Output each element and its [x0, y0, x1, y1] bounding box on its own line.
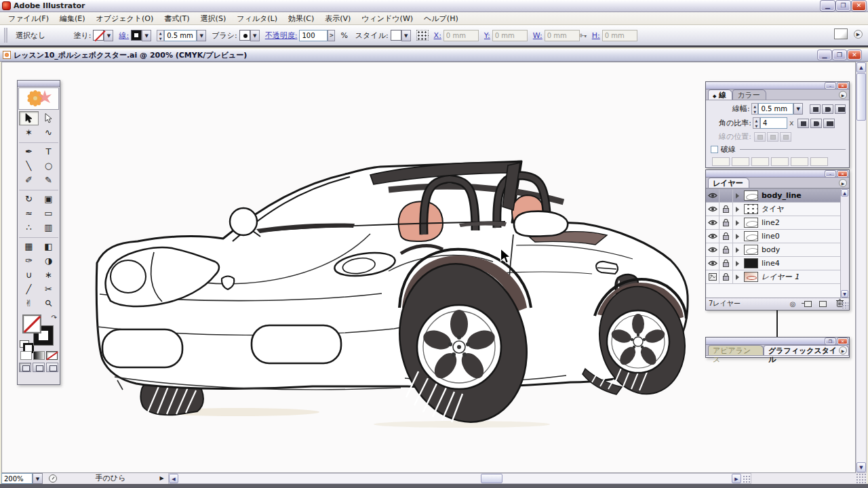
fullscreen-menu-mode-button[interactable] [33, 363, 45, 372]
stroke-weight-dropdown[interactable]: ▼ [793, 103, 803, 115]
free-transform-tool[interactable]: ▭ [39, 206, 58, 220]
layer-lock-toggle[interactable] [719, 216, 733, 230]
scroll-right-button[interactable]: ▶ [732, 474, 741, 483]
layer-expand-arrow[interactable] [733, 243, 742, 257]
color-button[interactable] [20, 351, 32, 360]
layer-name[interactable]: line4 [760, 259, 838, 268]
options-flyout-icon[interactable]: ▶ [854, 30, 863, 39]
doc-close-button[interactable]: ✕ [848, 50, 861, 60]
layer-visibility-toggle[interactable] [706, 270, 719, 284]
horizontal-scrollbar[interactable]: ◀ ▶ [168, 473, 751, 484]
styles-palette-titlebar[interactable]: ❐ ✕ [706, 338, 849, 345]
layer-name[interactable]: body_line [760, 191, 838, 200]
brush-dropdown[interactable]: ▼ [250, 30, 260, 41]
menu-item-9[interactable]: ヘルプ(H) [418, 12, 464, 25]
vertical-scrollbar[interactable]: ▲ ▼ [856, 62, 867, 473]
selection-tool[interactable] [19, 111, 39, 125]
palette-restore-button[interactable]: ❐ [825, 338, 835, 344]
minimize-button[interactable]: ▁ [821, 1, 835, 11]
stroke-weight-field[interactable] [758, 103, 793, 115]
layer-visibility-toggle[interactable] [706, 230, 719, 243]
cap-projecting-button[interactable] [835, 104, 846, 114]
layer-expand-arrow[interactable] [733, 216, 742, 230]
cap-round-button[interactable] [822, 104, 833, 114]
tab-color[interactable]: カラー [732, 89, 766, 100]
resize-grip[interactable] [856, 473, 867, 484]
warp-tool[interactable]: ≈ [19, 206, 39, 220]
status-menu-arrow-icon[interactable]: ▶ [157, 474, 166, 483]
layer-name[interactable]: body [760, 245, 838, 254]
w-field[interactable] [545, 30, 580, 41]
pencil-tool[interactable]: ✎ [39, 173, 58, 187]
make-clipping-mask-button[interactable]: ◎ [787, 300, 798, 308]
default-fill-stroke-icon[interactable] [20, 340, 29, 348]
line-segment-tool[interactable]: ╲ [19, 159, 39, 173]
layer-name[interactable]: line2 [760, 218, 838, 227]
status-clock-icon[interactable] [49, 474, 57, 483]
lasso-tool[interactable]: ∿ [39, 125, 58, 140]
palette-flyout-icon[interactable]: ▶ [839, 179, 847, 187]
layer-expand-arrow[interactable] [733, 257, 742, 270]
none-button[interactable] [46, 351, 58, 360]
join-bevel-button[interactable] [823, 119, 835, 128]
layer-name[interactable]: line0 [760, 232, 838, 241]
scroll-left-button[interactable]: ◀ [169, 474, 178, 483]
layer-row[interactable]: line0 ○ [706, 230, 849, 243]
miter-stepper[interactable]: ▲▼ [753, 117, 760, 129]
join-miter-button[interactable] [797, 119, 809, 128]
zoom-tool[interactable]: ⚲ [39, 296, 58, 310]
menu-item-0[interactable]: ファイル(F) [3, 12, 54, 25]
paintbrush-tool[interactable]: ✐ [19, 173, 39, 187]
menu-item-3[interactable]: 書式(T) [159, 12, 195, 25]
stroke-width-field[interactable] [164, 30, 197, 41]
standard-screen-mode-button[interactable] [19, 363, 31, 372]
dash-field-0[interactable] [712, 157, 730, 166]
layer-lock-toggle[interactable] [719, 243, 733, 257]
blend-tool[interactable]: ◑ [39, 253, 58, 268]
stroke-swatch[interactable] [131, 30, 142, 41]
menu-item-2[interactable]: オブジェクト(O) [91, 12, 159, 25]
fill-swatch[interactable] [93, 30, 104, 41]
palette-close-button[interactable]: ✕ [837, 338, 848, 344]
x-field[interactable] [443, 30, 479, 41]
live-paint-selection-tool[interactable]: ∗ [39, 268, 58, 282]
dash-field-3[interactable] [771, 157, 789, 166]
stroke-width-stepper[interactable]: ▲▼ [157, 30, 164, 41]
layer-expand-arrow[interactable] [733, 189, 742, 203]
gradient-tool[interactable]: ◧ [39, 239, 58, 253]
h-field[interactable] [602, 30, 637, 41]
dash-field-1[interactable] [732, 157, 749, 166]
layer-row[interactable]: line4 ○ [706, 257, 849, 270]
scissors-tool[interactable]: ✂ [39, 282, 58, 296]
palette-flyout-icon[interactable]: ▶ [839, 346, 847, 354]
layer-lock-toggle[interactable] [719, 270, 733, 284]
zoom-level-field[interactable] [1, 473, 33, 484]
style-dropdown[interactable]: ▼ [401, 30, 411, 41]
doc-restore-button[interactable]: ❐ [833, 50, 846, 60]
palette-close-button[interactable]: ✕ [837, 171, 848, 177]
swap-fill-stroke-icon[interactable]: ↷ [52, 314, 57, 321]
menu-item-7[interactable]: 表示(V) [319, 12, 356, 25]
stroke-palette-titlebar[interactable]: – ✕ [706, 82, 849, 89]
horizontal-scroll-thumb[interactable] [481, 474, 502, 483]
slice-tool[interactable]: ╱ [19, 282, 39, 296]
opacity-field[interactable] [299, 30, 328, 41]
layer-visibility-toggle[interactable] [706, 243, 719, 257]
layer-expand-arrow[interactable] [733, 230, 742, 243]
layers-scrollbar[interactable]: ▲▼ [840, 189, 849, 298]
menu-item-6[interactable]: 効果(C) [283, 12, 319, 25]
cap-butt-button[interactable] [810, 104, 821, 114]
direct-selection-tool[interactable] [39, 111, 58, 125]
layer-row[interactable]: タイヤ ○ [706, 203, 849, 216]
align-outside-button[interactable] [780, 132, 791, 142]
layer-name[interactable]: タイヤ [760, 204, 838, 214]
opacity-label-link[interactable]: 不透明度: [265, 30, 298, 41]
layers-scroll-down[interactable]: ▼ [841, 290, 848, 298]
layer-row[interactable]: body_line ○ [706, 189, 849, 203]
stroke-weight-stepper[interactable]: ▲▼ [751, 103, 759, 115]
layer-row[interactable]: line2 ○ [706, 216, 849, 230]
dash-field-2[interactable] [751, 157, 769, 166]
layer-expand-arrow[interactable] [733, 203, 742, 216]
rotate-tool[interactable]: ↻ [19, 192, 39, 206]
ellipse-tool[interactable]: ○ [39, 159, 58, 173]
